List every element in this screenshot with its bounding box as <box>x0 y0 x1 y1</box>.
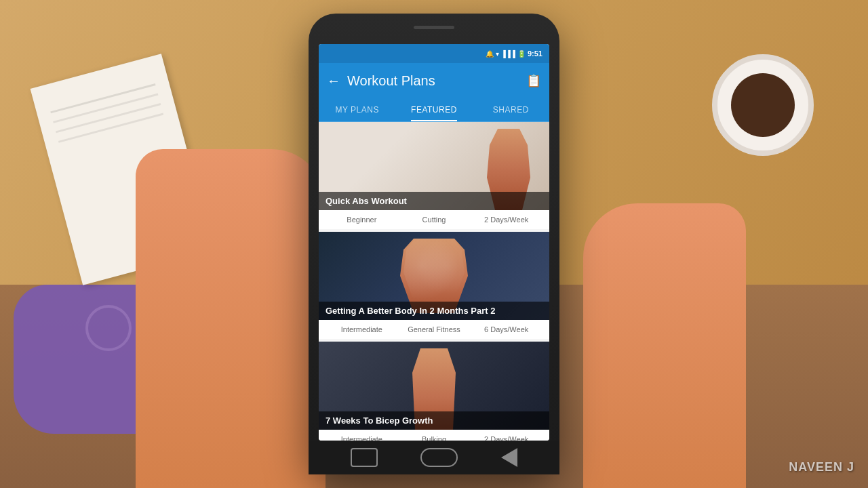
tabs-bar: MY PLANS FEATURED SHARED <box>319 98 549 122</box>
phone-screen: 🔔 ▾ ▐▐▐ 🔋 9:51 ← Workout Plans 📋 MY PLAN… <box>319 44 549 441</box>
card-goal-quick-abs: Cutting <box>398 216 471 224</box>
search-icon[interactable]: 📋 <box>526 73 541 88</box>
card-level-quick-abs: Beginner <box>326 216 398 224</box>
workout-card-better-body[interactable]: Getting A Better Body In 2 Months Part 2… <box>319 232 549 339</box>
workout-cards-list: Quick Abs Workout Beginner Cutting 2 Day… <box>319 122 549 441</box>
wifi-icon: ▾ <box>496 50 499 58</box>
tab-my-plans[interactable]: MY PLANS <box>319 98 395 121</box>
card-goal-bicep-growth: Bulking <box>398 435 471 441</box>
back-button[interactable]: ← <box>327 73 340 89</box>
card-image-better-body: Getting A Better Body In 2 Months Part 2 <box>319 232 549 320</box>
card-image-quick-abs: Quick Abs Workout <box>319 122 549 210</box>
coffee-liquid <box>731 73 795 137</box>
card-title-bicep-growth: 7 Weeks To Bicep Growth <box>319 411 549 430</box>
watermark: NAVEEN J <box>789 460 854 474</box>
card-meta-better-body: Intermediate General Fitness 6 Days/Week <box>319 320 549 339</box>
tab-featured[interactable]: FEATURED <box>395 98 472 121</box>
card-meta-bicep-growth: Intermediate Bulking 2 Days/Week <box>319 430 549 441</box>
status-bar: 🔔 ▾ ▐▐▐ 🔋 9:51 <box>319 44 549 63</box>
phone-shell: 🔔 ▾ ▐▐▐ 🔋 9:51 ← Workout Plans 📋 MY PLAN… <box>309 14 559 474</box>
card-days-quick-abs: 2 Days/Week <box>470 216 542 224</box>
app-header: ← Workout Plans 📋 <box>319 63 549 98</box>
hand-left <box>136 149 326 488</box>
card-days-bicep-growth: 2 Days/Week <box>470 435 542 441</box>
card-title-quick-abs: Quick Abs Workout <box>319 192 549 210</box>
card-title-better-body: Getting A Better Body In 2 Months Part 2 <box>319 302 549 320</box>
card-meta-quick-abs: Beginner Cutting 2 Days/Week <box>319 210 549 229</box>
coffee-cup <box>712 54 814 156</box>
signal-icon: ▐▐▐ <box>501 50 515 58</box>
hand-right <box>583 203 746 488</box>
workout-card-quick-abs[interactable]: Quick Abs Workout Beginner Cutting 2 Day… <box>319 122 549 229</box>
card-goal-better-body: General Fitness <box>398 325 471 333</box>
card-days-better-body: 6 Days/Week <box>470 325 542 333</box>
card-level-better-body: Intermediate <box>326 325 398 333</box>
phone-speaker <box>414 26 454 29</box>
recent-apps-button[interactable] <box>351 448 378 467</box>
card-image-bicep-growth: 7 Weeks To Bicep Growth <box>319 342 549 430</box>
back-nav-button[interactable] <box>501 448 517 467</box>
workout-card-bicep-growth[interactable]: 7 Weeks To Bicep Growth Intermediate Bul… <box>319 342 549 441</box>
battery-icon: 🔋 <box>517 50 526 58</box>
home-button[interactable] <box>420 448 458 467</box>
status-icons: 🔔 ▾ ▐▐▐ 🔋 9:51 <box>486 49 542 58</box>
status-time: 9:51 <box>528 49 542 58</box>
alarm-icon: 🔔 <box>486 50 494 58</box>
tab-shared[interactable]: SHARED <box>473 98 549 121</box>
card-level-bicep-growth: Intermediate <box>326 435 398 441</box>
phone-bottom-nav <box>309 441 559 474</box>
page-title: Workout Plans <box>347 73 519 89</box>
